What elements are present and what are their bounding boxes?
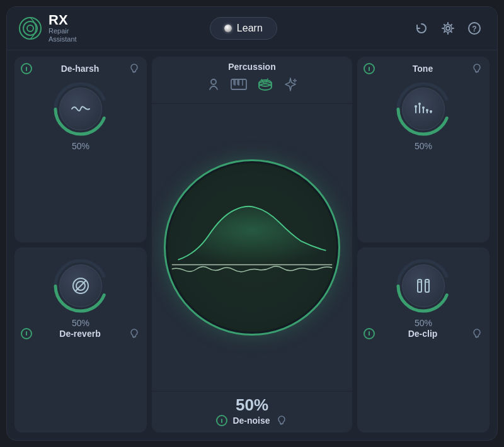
de-harsh-card: De-harsh 50% xyxy=(14,57,147,242)
percussion-piano-icon[interactable] xyxy=(230,77,248,94)
ear-icon xyxy=(471,63,483,74)
de-reverb-circle-icon xyxy=(69,274,92,297)
logo-subtitle: RepairAssistant xyxy=(49,27,77,43)
tone-percent: 50% xyxy=(415,141,432,151)
de-clip-card: 50% De-clip xyxy=(357,247,490,433)
svg-point-4 xyxy=(444,25,452,32)
tone-power-button[interactable] xyxy=(364,63,375,74)
tone-knob[interactable] xyxy=(395,81,452,137)
de-reverb-ear-button[interactable] xyxy=(128,328,140,339)
tone-header: Tone xyxy=(364,63,483,74)
de-clip-bars-icon xyxy=(414,277,433,295)
de-reverb-percent: 50% xyxy=(72,318,89,328)
svg-point-15 xyxy=(430,110,432,113)
de-noise-bottom-bar: De-noise xyxy=(216,415,287,426)
de-clip-power-button[interactable] xyxy=(364,328,375,339)
logo-icon xyxy=(18,16,42,40)
svg-point-2 xyxy=(27,25,33,31)
tone-title: Tone xyxy=(375,64,471,74)
de-clip-knob[interactable] xyxy=(395,257,452,314)
de-harsh-knob[interactable] xyxy=(52,81,109,137)
de-harsh-ear-button[interactable] xyxy=(128,63,140,74)
svg-point-12 xyxy=(418,103,421,105)
big-circle-section xyxy=(152,104,352,391)
ear-icon xyxy=(471,328,483,339)
settings-button[interactable] xyxy=(437,17,459,40)
tone-ear-button[interactable] xyxy=(471,63,483,74)
de-reverb-knob-inner[interactable] xyxy=(59,264,102,307)
svg-rect-39 xyxy=(425,280,429,292)
de-clip-percent: 50% xyxy=(415,318,432,328)
tone-card: Tone xyxy=(357,57,490,242)
de-reverb-title: De-reverb xyxy=(32,329,128,339)
de-clip-ear-button[interactable] xyxy=(471,328,483,339)
de-harsh-power-button[interactable] xyxy=(21,63,32,74)
svg-rect-38 xyxy=(418,280,421,292)
center-column: Percussion xyxy=(152,57,352,433)
history-icon xyxy=(415,21,428,35)
learn-label: Learn xyxy=(237,23,263,34)
de-noise-ear-button[interactable] xyxy=(275,415,288,426)
de-noise-power-button[interactable] xyxy=(216,415,227,426)
svg-point-13 xyxy=(422,106,425,109)
waveform-display xyxy=(164,159,340,336)
svg-point-11 xyxy=(415,105,417,108)
svg-point-22 xyxy=(211,79,216,84)
tone-knob-inner[interactable] xyxy=(402,88,445,130)
percussion-sparkle-icon[interactable] xyxy=(283,77,298,94)
tone-wave-icon xyxy=(413,101,433,116)
de-reverb-card: 50% De-reverb xyxy=(14,247,147,433)
logo-area: RX RepairAssistant xyxy=(18,13,77,43)
svg-point-30 xyxy=(259,80,272,86)
svg-text:?: ? xyxy=(472,25,476,33)
de-reverb-power-button[interactable] xyxy=(21,328,32,339)
percussion-drums-icon[interactable] xyxy=(256,77,274,94)
ear-icon xyxy=(276,415,287,426)
de-noise-section: 50% De-noise xyxy=(152,391,352,433)
center-percent: 50% xyxy=(236,395,268,415)
de-harsh-header: De-harsh xyxy=(21,63,140,74)
help-button[interactable]: ? xyxy=(463,17,486,40)
history-button[interactable] xyxy=(410,17,433,40)
help-icon: ? xyxy=(467,21,481,35)
settings-icon xyxy=(441,21,455,35)
percussion-title: Percussion xyxy=(228,62,275,72)
header-icons: ? xyxy=(410,17,486,40)
waveform-svg xyxy=(166,161,338,334)
de-harsh-wave-icon xyxy=(71,103,91,115)
de-harsh-title: De-harsh xyxy=(32,64,128,74)
app-container: RX RepairAssistant Learn xyxy=(6,6,498,441)
de-harsh-percent: 50% xyxy=(72,141,89,151)
ear-icon xyxy=(129,63,140,74)
svg-point-14 xyxy=(426,109,428,111)
de-reverb-knob[interactable] xyxy=(52,257,109,314)
svg-rect-27 xyxy=(233,79,236,85)
de-clip-bottom: De-clip xyxy=(364,328,483,339)
ear-icon xyxy=(129,328,140,339)
svg-rect-28 xyxy=(237,79,239,85)
svg-point-29 xyxy=(259,84,272,90)
de-clip-title: De-clip xyxy=(375,329,471,339)
percussion-section: Percussion xyxy=(152,57,352,104)
de-harsh-knob-inner[interactable] xyxy=(59,88,102,130)
de-noise-title: De-noise xyxy=(232,416,270,426)
logo-rx: RX xyxy=(49,13,77,27)
main-grid: De-harsh 50% xyxy=(7,50,497,440)
logo-text-area: RX RepairAssistant xyxy=(49,13,77,43)
learn-dot-icon xyxy=(224,25,232,32)
percussion-voice-icon[interactable] xyxy=(206,77,221,94)
svg-point-3 xyxy=(446,26,450,30)
de-clip-knob-inner[interactable] xyxy=(402,264,445,307)
de-reverb-bottom: De-reverb xyxy=(21,328,140,339)
percussion-icons-row xyxy=(206,77,298,94)
header: RX RepairAssistant Learn xyxy=(7,7,497,50)
learn-button[interactable]: Learn xyxy=(210,17,277,40)
